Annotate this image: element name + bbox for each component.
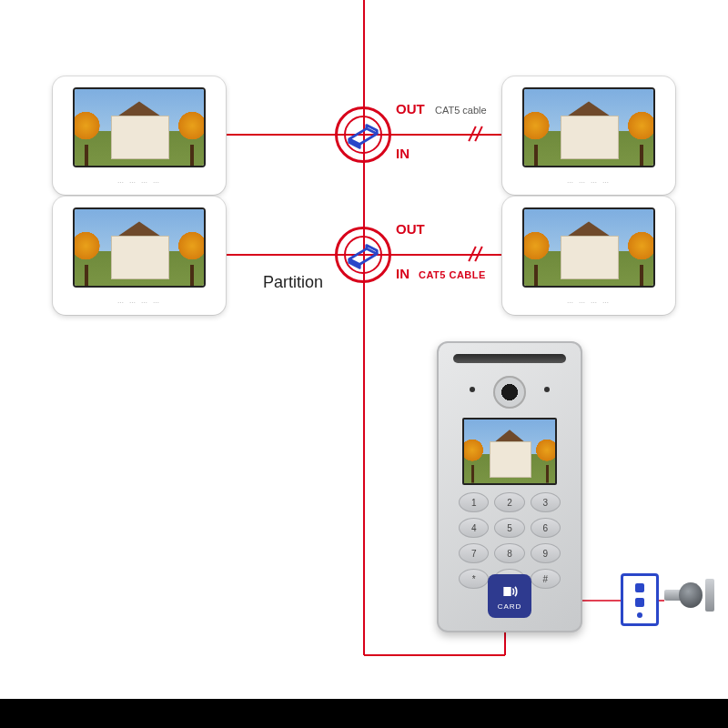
indoor-monitor: ⋯ ⋯ ⋯ ⋯ [502,197,675,315]
speaker-bar [453,354,566,363]
keypad-key: 5 [494,518,524,538]
keypad-key: # [531,569,561,589]
cable-type-label: CAT5 cable [435,105,487,116]
keypad-key: 3 [531,492,561,512]
hub-out-label: OUT [396,101,425,116]
partition-label: Partition [263,273,323,292]
outdoor-door-station: 123456789*0# CARD [437,341,582,632]
keypad-key: 8 [494,543,524,563]
camera-lens-icon [493,376,526,409]
distributor-hub [335,227,391,283]
cable-break-mark [471,246,490,264]
electric-lock-icon [664,579,714,612]
keypad-key: * [459,569,489,589]
door-preview-screen [462,418,557,485]
hub-out-label: OUT [396,221,425,237]
hub-in-label: IN [396,266,410,281]
wiring-diagram: ⋯ ⋯ ⋯ ⋯ ⋯ ⋯ ⋯ ⋯ ⋯ ⋯ ⋯ ⋯ ⋯ ⋯ ⋯ ⋯ OUT IN C… [0,0,728,699]
rfid-card-icon [500,582,519,601]
ir-led-icon [544,387,550,392]
cable-break-mark [471,126,490,144]
keypad-key: 4 [459,518,489,538]
keypad-key: 7 [459,543,489,563]
indoor-monitor: ⋯ ⋯ ⋯ ⋯ [53,76,226,195]
keypad-key: 9 [531,543,561,563]
card-reader: CARD [488,574,531,618]
ir-led-icon [470,387,475,392]
card-label: CARD [498,602,522,611]
distributor-hub [335,106,391,163]
keypad-key: 1 [459,492,489,512]
keypad-key: 6 [531,518,561,538]
indoor-monitor: ⋯ ⋯ ⋯ ⋯ [502,76,675,195]
keypad-key: 2 [494,492,524,512]
hub-in-label: IN [396,146,410,161]
cable-type-label: CAT5 CABLE [419,269,486,280]
indoor-monitor: ⋯ ⋯ ⋯ ⋯ [53,197,226,315]
exit-button-icon [621,573,659,626]
